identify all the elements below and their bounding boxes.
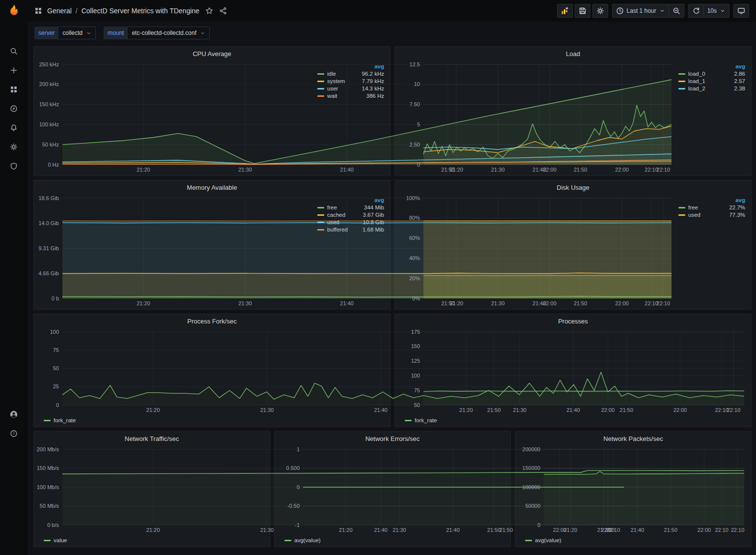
save-dashboard-button[interactable] <box>575 4 590 18</box>
panel-header[interactable]: Disk Usage <box>395 180 751 194</box>
svg-text:9.31 Gib: 9.31 Gib <box>38 245 59 251</box>
time-series-graph[interactable]: 025507510021:2021:3021:4021:5022:0022:10 <box>36 328 388 415</box>
svg-text:25: 25 <box>53 383 59 389</box>
avatar-icon <box>10 410 18 418</box>
time-series-graph[interactable]: 02.5057.501012.521:2021:3021:4021:5022:0… <box>397 60 676 175</box>
svg-text:21:50: 21:50 <box>620 407 634 413</box>
panel-header[interactable]: Network Errors/sec <box>275 432 510 445</box>
svg-text:0 b: 0 b <box>52 295 59 301</box>
legend-item-load_2[interactable]: load_22.38 <box>678 86 745 91</box>
sidebar-item-search[interactable] <box>8 45 20 57</box>
legend-swatch <box>405 420 412 421</box>
svg-text:21:20: 21:20 <box>449 167 463 173</box>
sidebar-item-alerting[interactable] <box>8 122 20 134</box>
legend-series-label[interactable]: fork_rate <box>415 417 437 423</box>
panel-header[interactable]: Process Fork/sec <box>34 314 390 328</box>
grafana-logo[interactable] <box>7 3 21 17</box>
variable-value-dropdown[interactable]: etc-collectd-collectd.conf <box>128 27 209 39</box>
panel-title[interactable]: Network Packets/sec <box>603 435 663 442</box>
time-series-graph[interactable]: 0 b/s50 Mb/s100 Mb/s150 Mb/s200 Mb/s21:2… <box>36 445 268 535</box>
sidebar-item-explore[interactable] <box>8 103 20 115</box>
time-series-graph[interactable]: 0 Hz50 kHz100 kHz150 kHz200 kHz250 kHz21… <box>36 60 315 175</box>
time-series-graph[interactable]: 05000010000015000020000021:2021:3021:402… <box>517 445 749 535</box>
panel-title[interactable]: Network Errors/sec <box>365 435 420 442</box>
svg-text:50 Mb/s: 50 Mb/s <box>40 503 59 509</box>
refresh-button[interactable] <box>688 4 704 18</box>
panel-header[interactable]: Network Packets/sec <box>515 432 751 445</box>
panel-title[interactable]: CPU Average <box>193 50 231 58</box>
sidebar-item-configuration[interactable] <box>8 141 20 153</box>
tv-mode-button[interactable] <box>733 4 749 18</box>
share-icon[interactable] <box>219 7 227 15</box>
zoom-out-button[interactable] <box>669 4 684 18</box>
svg-text:21:30: 21:30 <box>260 407 274 413</box>
legend-series-label[interactable]: avg(value) <box>294 537 321 543</box>
svg-text:75: 75 <box>414 387 420 393</box>
svg-text:21:30: 21:30 <box>491 167 505 173</box>
time-range-picker[interactable]: Last 1 hour <box>612 4 669 18</box>
breadcrumb-section[interactable]: General <box>47 7 72 15</box>
clock-icon <box>616 7 624 15</box>
time-series-graph[interactable]: -1-0.5000.500121:2021:3021:4021:5022:002… <box>277 445 508 535</box>
star-icon[interactable] <box>205 7 213 15</box>
legend-item-used[interactable]: used77.3% <box>678 212 745 218</box>
panel-title[interactable]: Processes <box>558 318 588 325</box>
legend-series-label[interactable]: value <box>54 537 67 543</box>
legend-series-label[interactable]: fork_rate <box>54 417 76 423</box>
sidebar-item-help[interactable]: ? <box>8 428 20 439</box>
variable-label: server <box>34 27 58 39</box>
svg-text:21:30: 21:30 <box>238 300 252 306</box>
panel-header[interactable]: Network Traffic/sec <box>34 432 270 445</box>
sidebar-item-server-admin[interactable] <box>8 160 20 172</box>
legend-series-label[interactable]: avg(value) <box>535 537 561 543</box>
panel-title[interactable]: Disk Usage <box>557 184 589 191</box>
svg-text:-0.50: -0.50 <box>287 503 300 509</box>
svg-text:100: 100 <box>411 373 420 379</box>
variable-value-dropdown[interactable]: collectd <box>58 27 96 39</box>
add-panel-button[interactable] <box>557 4 573 18</box>
dashboards-icon[interactable] <box>34 7 42 15</box>
legend-item-free[interactable]: free22.7% <box>678 204 745 210</box>
sidebar-item-dashboards[interactable] <box>8 84 20 95</box>
legend-item-load_1[interactable]: load_12.57 <box>678 78 745 84</box>
svg-text:21:40: 21:40 <box>340 167 354 173</box>
monitor-icon <box>737 7 745 15</box>
panel-title[interactable]: Process Fork/sec <box>187 318 236 325</box>
panel-header[interactable]: Load <box>395 47 751 60</box>
variable-value-text: collectd <box>62 29 83 36</box>
refresh-interval-picker[interactable]: 10s <box>703 4 729 18</box>
gear-icon <box>10 143 18 151</box>
time-series-graph[interactable]: 0 b4.66 Gib9.31 Gib14.0 Gib18.6 Gib21:20… <box>36 194 315 308</box>
sidebar-item-create[interactable] <box>8 64 20 76</box>
panel-header[interactable]: Processes <box>395 314 751 328</box>
svg-text:22:10: 22:10 <box>731 527 745 533</box>
svg-text:0: 0 <box>56 402 59 408</box>
panel-header[interactable]: CPU Average <box>34 47 390 60</box>
panel-body: 02.5057.501012.521:2021:3021:4021:5022:0… <box>395 60 751 175</box>
svg-text:21:40: 21:40 <box>374 407 388 413</box>
svg-text:50: 50 <box>53 365 59 371</box>
breadcrumb-separator: / <box>76 7 78 15</box>
svg-text:150: 150 <box>411 343 420 349</box>
legend-header-label: avg <box>735 197 745 203</box>
svg-text:0: 0 <box>537 522 540 528</box>
panel-title[interactable]: Memory Available <box>187 184 237 191</box>
panel-title[interactable]: Network Traffic/sec <box>125 435 179 442</box>
page-title[interactable]: CollectD Server Metrics with TDengine <box>82 7 199 15</box>
time-series-graph[interactable]: 507510012515017521:2021:3021:4021:5022:0… <box>397 328 749 415</box>
sidebar-item-profile[interactable] <box>8 409 20 420</box>
legend-avg-header: avg <box>678 63 745 69</box>
legend: fork_rate <box>36 415 388 426</box>
legend-item-load_0[interactable]: load_02.86 <box>678 71 745 77</box>
panel-chart-column: 0 b/s50 Mb/s100 Mb/s150 Mb/s200 Mb/s21:2… <box>36 445 268 546</box>
svg-text:250 kHz: 250 kHz <box>39 61 59 67</box>
dashboard-settings-button[interactable] <box>592 4 608 18</box>
panel-cpu-average: CPU Average0 Hz50 kHz100 kHz150 kHz200 k… <box>33 46 391 176</box>
legend-swatch <box>678 73 685 75</box>
svg-text:10: 10 <box>414 81 420 87</box>
legend: avg(value) <box>517 535 749 546</box>
panel-header[interactable]: Memory Available <box>34 180 390 194</box>
time-series-graph[interactable]: 0%20%40%60%80%100%21:2021:3021:4021:5022… <box>397 194 676 308</box>
svg-text:21:20: 21:20 <box>339 527 353 533</box>
panel-title[interactable]: Load <box>566 50 580 58</box>
